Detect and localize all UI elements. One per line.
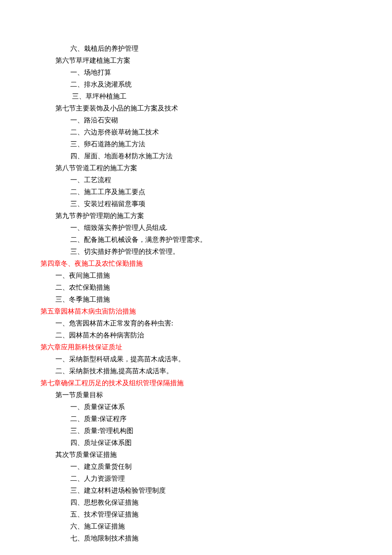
toc-line: 一、夜间施工措施	[40, 270, 352, 282]
toc-line: 六、栽植后的养护管理	[40, 43, 352, 55]
toc-line: 二、施工工序及施工要点	[40, 186, 352, 198]
toc-line: 一、工艺流程	[40, 174, 352, 186]
toc-line: 三、安装过程福留意事项	[40, 198, 352, 210]
chapter-heading: 第六章应用新科技保证质址	[40, 341, 352, 353]
toc-line: 一、路沿石安砌	[40, 114, 352, 126]
toc-line: 三、卵石道路的施工方法	[40, 138, 352, 150]
toc-line: 第八节管道工程的施工方案	[40, 162, 352, 174]
chapter-heading: 第四章冬、夜施工及农忙保勤措施	[40, 258, 352, 270]
toc-line: 第一节质量目标	[40, 389, 352, 401]
toc-line: 七、质地限制技术措施	[40, 532, 352, 544]
toc-line: 四、质址保证体系图	[40, 437, 352, 449]
toc-line: 一、采纳新型科研成果，提高苗木成活率。	[40, 353, 352, 365]
toc-line: 三、冬季施工措施	[40, 293, 352, 305]
chapter-heading: 第五章园林苗木病虫宙防治措施	[40, 305, 352, 317]
chapter-heading: 第七章确保工程历足的技术及组织管理保隔措施	[40, 377, 352, 389]
toc-line: 第六节草坪建植施工方案	[40, 55, 352, 67]
toc-line: 四、思想教化保证措施	[40, 497, 352, 509]
toc-line: 一、质量保证体系	[40, 401, 352, 413]
toc-line: 二、人力资源管理	[40, 473, 352, 485]
toc-line: 二、农忙保勤措施	[40, 282, 352, 293]
toc-line: 第九节养护管理期的施工方案	[40, 210, 352, 222]
toc-line: 一、危害园林苗木正常发育的各种虫害:	[40, 317, 352, 329]
toc-line: 二、质量:保证程序	[40, 413, 352, 425]
toc-line: 一、建立质量货任制	[40, 461, 352, 473]
toc-line: 第七节主要装饰及小品的施工方案及技术	[40, 102, 352, 114]
document-page: 六、栽植后的养护管理第六节草坪建植施工方案一、场地打算二、排水及浇灌系统 三、草…	[0, 0, 392, 555]
toc-content: 六、栽植后的养护管理第六节草坪建植施工方案一、场地打算二、排水及浇灌系统 三、草…	[40, 43, 352, 544]
toc-line: 四、屋面、地面卷材防水施工方法	[40, 150, 352, 162]
toc-line: 三、建立材料进场检验管理制度	[40, 485, 352, 497]
toc-line: 二、采纳新技术措施,提高苗木成活率。	[40, 365, 352, 377]
toc-line: 三、草坪种植施工	[40, 90, 352, 102]
toc-line: 二、排水及浇灌系统	[40, 78, 352, 90]
toc-line: 二、园林苗木的各种病害防治	[40, 329, 352, 341]
toc-line: 六、施工保证措施	[40, 520, 352, 532]
toc-line: 二、六边形佟嵌草砖施工技术	[40, 126, 352, 138]
toc-line: 一、细致落实养护管理人员组成.	[40, 222, 352, 234]
toc-line: 一、场地打算	[40, 67, 352, 78]
toc-line: 其次节质量保证措施	[40, 449, 352, 461]
toc-line: 五、技术管理保证措施	[40, 509, 352, 520]
toc-line: 二、配备施工机械设备，满意养护管理需求。	[40, 234, 352, 246]
toc-line: 三、切实措好养护管理的技术管理。	[40, 246, 352, 258]
toc-line: 三、质量:管理机构图	[40, 425, 352, 437]
